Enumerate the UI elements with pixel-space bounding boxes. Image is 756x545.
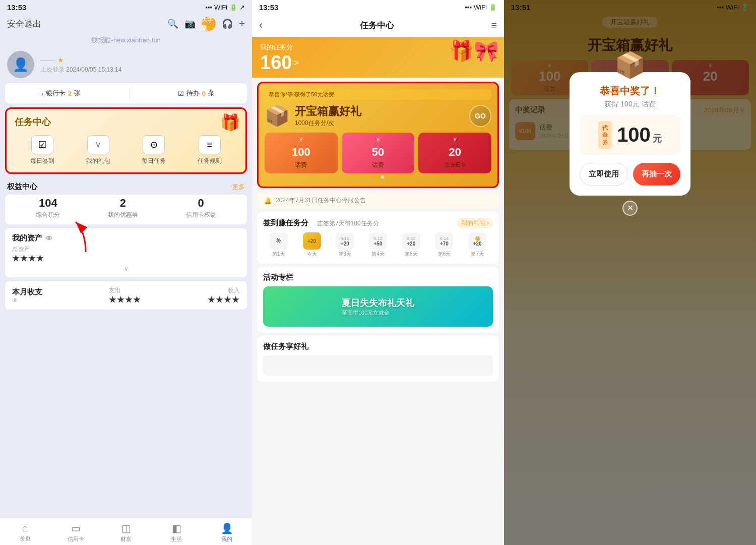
prize-name-3: 京东E卡 — [444, 161, 466, 169]
todo-icon: ☑ — [178, 90, 184, 97]
rights-more[interactable]: 更多 — [232, 183, 245, 192]
day-item-2[interactable]: +20 今天 — [296, 232, 328, 258]
status-bar-mid: 13:53 ▪▪▪ WiFi 🔋 — [252, 0, 504, 15]
day-1-label: 第1天 — [272, 251, 285, 258]
life-icon: ◧ — [172, 522, 181, 534]
plus-icon[interactable]: + — [239, 18, 245, 30]
prize-currency-1: ¥ — [299, 137, 303, 144]
nav-life[interactable]: ◧ 生活 — [151, 522, 202, 543]
day-5-label: 第5天 — [405, 251, 418, 258]
prize-tag-2: 金 — [602, 131, 608, 138]
signal-icon-mid: ▪▪▪ — [465, 4, 472, 11]
star-icon: ★ — [57, 56, 64, 64]
camera-icon[interactable]: 📷 — [184, 18, 196, 29]
day-3-points: +20 — [341, 241, 349, 247]
chevron-down-icon[interactable]: ∨ — [12, 265, 240, 272]
day-2-label: 今天 — [307, 251, 317, 258]
giftbag-icon-box: V — [87, 135, 109, 154]
nav-creditcard[interactable]: ▭ 信用卡 — [50, 522, 101, 543]
popup-prize-display: 代 金 券 100 元 — [580, 115, 680, 155]
dot-1 — [372, 175, 379, 178]
mine-icon: 👤 — [221, 522, 233, 534]
prize-amount-3: 20 — [449, 146, 461, 159]
score-gifts-decoration: 🎁🎀 — [449, 39, 499, 63]
prize-amount-2: 50 — [372, 146, 384, 159]
prize-item-50[interactable]: ¥ 50 话费 — [342, 133, 415, 173]
day-4-date: 9.12 — [373, 236, 383, 241]
popup-title: 恭喜中奖了！ — [580, 84, 680, 98]
notice-bar: 🔔 2024年7月31日任务中心停服公告 — [257, 192, 499, 209]
income-eye-icon[interactable]: 👁 — [12, 297, 42, 304]
rights-points-label: 综合积分 — [36, 211, 60, 219]
assets-section: 我的资产 👁 总资产 ★★★★ ∨ — [5, 228, 247, 277]
task-icons-row: ☑ 每日签到 V 我的礼包 ⊙ 每日任务 ≡ 任务规则 — [15, 135, 237, 165]
nav-life-label: 生活 — [171, 535, 182, 543]
nav-wealth[interactable]: ◫ 财富 — [101, 522, 151, 543]
headset-icon[interactable]: 🎧 — [222, 18, 233, 29]
task-center-card[interactable]: 任务中心 ☑ 每日签到 V 我的礼包 ⊙ 每日任务 — [5, 107, 247, 174]
tasks-section: 做任务享好礼 — [257, 336, 499, 382]
prize-item-100[interactable]: ¥ 100 话费 — [265, 133, 338, 173]
nav-mine-label: 我的 — [221, 535, 232, 543]
task-item-giftbag[interactable]: V 我的礼包 — [86, 135, 110, 165]
creditcard-icon: ▭ — [71, 522, 81, 534]
sign-in-subtitle: 连签第7天得100任务分 — [317, 220, 379, 227]
daily-icon: ⊙ — [150, 139, 158, 150]
bank-todo-row: ▭ 银行卡 2 张 ☑ 待办 0 条 — [5, 83, 247, 103]
back-button[interactable]: ‹ — [259, 19, 263, 32]
nav-home-label: 首页 — [20, 535, 31, 542]
draw-again-button[interactable]: 再抽一次 — [633, 163, 680, 186]
sign-in-header: 签到赚任务分 连签第7天得100任务分 我的礼包 › — [263, 218, 493, 228]
assets-eye-icon[interactable]: 👁 — [45, 234, 52, 243]
wifi-icon: WiFi — [214, 4, 227, 11]
status-icons-left: ▪▪▪ WiFi 🔋 ↗ — [205, 4, 245, 11]
task-score-arrow[interactable]: > — [294, 58, 298, 68]
prize-item-20[interactable]: ¥ 20 京东E卡 — [418, 133, 491, 173]
daily-label: 每日任务 — [142, 157, 166, 165]
bank-label: 银行卡 — [46, 89, 66, 98]
treasure-chest-icon: 📦 — [265, 104, 290, 128]
prize-currency-2: ¥ — [376, 137, 380, 144]
day-6-date: 9.14 — [440, 236, 449, 241]
arrow-icon: ↗ — [239, 4, 245, 11]
sign-in-gift-link[interactable]: 我的礼包 › — [457, 218, 493, 228]
last-login: 上次登录 2024/09/05 15:13:14 — [40, 66, 245, 74]
tasks-placeholder — [263, 355, 493, 376]
task-item-checkin[interactable]: ☑ 每日签到 — [30, 135, 54, 165]
day-5-points: +20 — [407, 241, 415, 247]
menu-button[interactable]: ≡ — [491, 20, 497, 31]
activity-banner-content: 夏日失失布礼天礼 至高得100元立减金 — [342, 297, 414, 317]
search-icon[interactable]: 🔍 — [167, 18, 178, 29]
expense-col: 支出 ★★★★ — [109, 286, 141, 305]
bank-card-item[interactable]: ▭ 银行卡 2 张 — [37, 89, 81, 98]
sign-in-titles: 签到赚任务分 连签第7天得100任务分 — [263, 218, 379, 228]
giftbag-icon: V — [96, 141, 100, 149]
income-section: 本月收支 👁 支出 ★★★★ 收入 ★★★★ — [5, 281, 247, 310]
safe-logout-title[interactable]: 安全退出 — [7, 18, 41, 30]
task-center-title: 任务中心 — [15, 116, 237, 128]
todo-item[interactable]: ☑ 待办 0 条 — [178, 89, 215, 98]
treasure-title: 开宝箱赢好礼 — [295, 104, 464, 119]
day-box-6: 9.14 +70 — [435, 232, 453, 250]
total-assets-label: 总资产 — [12, 245, 240, 254]
income-in-value: ★★★★ — [208, 295, 240, 305]
day-item-1[interactable]: 补 第1天 — [263, 232, 294, 258]
panel2-header: ‹ 任务中心 ≡ — [252, 15, 504, 37]
tasks-title: 做任务享好礼 — [263, 342, 493, 351]
activity-banner[interactable]: 夏日失失布礼天礼 至高得100元立减金 — [263, 286, 493, 327]
day-2-points: +20 — [307, 238, 316, 244]
sign-in-days: 补 第1天 +20 今天 9.11 +20 第3天 — [263, 232, 493, 258]
popup-prize-tag: 代 金 券 — [598, 121, 612, 149]
day-6-label: 第6天 — [438, 251, 451, 258]
task-item-daily[interactable]: ⊙ 每日任务 — [142, 135, 166, 165]
popup-close-button[interactable]: ✕ — [622, 201, 638, 216]
go-button[interactable]: GO — [469, 105, 491, 127]
bank-count: 2 — [68, 90, 72, 97]
checkin-icon-box: ☑ — [31, 135, 53, 154]
use-now-button[interactable]: 立即使用 — [580, 163, 628, 186]
status-bar-left: 13:53 ▪▪▪ WiFi 🔋 ↗ — [0, 0, 252, 15]
nav-mine[interactable]: 👤 我的 — [202, 522, 252, 543]
task-item-rules[interactable]: ≡ 任务规则 — [198, 135, 222, 165]
bigfont-badge[interactable]: 大字版 — [202, 17, 216, 31]
nav-home[interactable]: ⌂ 首页 — [0, 522, 50, 543]
